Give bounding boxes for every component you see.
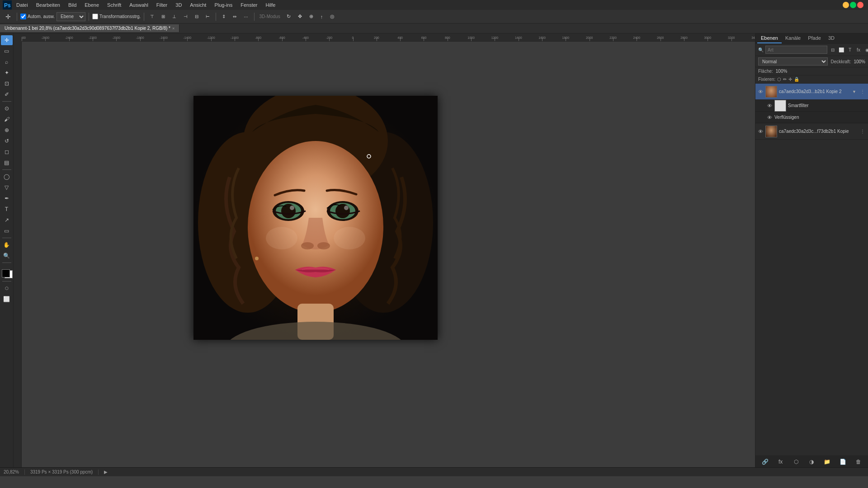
tab-3d[interactable]: 3D (825, 33, 838, 43)
tool-marquee[interactable]: ▭ (1, 46, 13, 56)
threed-roll-button[interactable]: ◎ (327, 13, 337, 20)
tool-dodge[interactable]: ▽ (1, 183, 13, 192)
document-tab[interactable]: Unbenannt-1 bei 20,8% (ca7aedc30a2d3c90d… (0, 24, 179, 32)
sublayer-smartfilter[interactable]: 👁 Smartfilter (755, 100, 868, 112)
layer-2-more-button[interactable]: ⋮ (859, 128, 866, 135)
layer-row-2[interactable]: 👁 ca7aedc30a2d3c...f73db2b1 Kopie ⋮ (755, 123, 868, 140)
layer-1-more-button[interactable]: ⋮ (859, 88, 866, 95)
tool-spot-healing[interactable]: ⊙ (1, 103, 13, 113)
more-options-button[interactable]: ··· (241, 13, 250, 20)
tool-screen-mode[interactable]: ⬜ (1, 294, 13, 304)
new-adjustment-button[interactable]: ◑ (807, 457, 816, 466)
tool-crop[interactable]: ⊡ (1, 79, 13, 89)
align-right-button[interactable]: ⊢ (203, 13, 212, 20)
tab-ebenen[interactable]: Ebenen (757, 33, 782, 43)
layer-effect-filter-button[interactable]: fx (855, 46, 862, 53)
layer-color-filter-button[interactable]: ◉ (863, 46, 868, 53)
window-minimize[interactable] (843, 2, 849, 8)
image-canvas[interactable] (193, 96, 438, 340)
menu-filter[interactable]: Filter (153, 1, 171, 9)
layer-2-visibility[interactable]: 👁 (757, 128, 764, 135)
tool-magic-wand[interactable]: ✦ (1, 68, 13, 78)
lock-transparent-button[interactable]: ⬡ (777, 77, 781, 82)
menu-datei[interactable]: Datei (13, 1, 32, 9)
distribute-h-button[interactable]: ⇔ (230, 13, 239, 20)
menu-hilfe[interactable]: Hilfe (262, 1, 279, 9)
new-layer-button[interactable]: 📄 (838, 457, 847, 466)
tool-zoom[interactable]: 🔍 (1, 251, 13, 261)
tab-kanale[interactable]: Kanäle (782, 33, 804, 43)
align-hcenter-button[interactable]: ⊟ (192, 13, 201, 20)
window-maximize[interactable] (850, 2, 856, 8)
tool-type[interactable]: T (1, 204, 13, 214)
tool-path-select[interactable]: ↗ (1, 215, 13, 225)
threed-scale-button[interactable]: ⊕ (307, 13, 316, 20)
add-mask-button[interactable]: ⬡ (792, 457, 801, 466)
layer-text-filter-button[interactable]: T (846, 46, 854, 53)
autoselect-type-select[interactable]: Ebene Gruppe (57, 12, 85, 21)
menu-plugins[interactable]: Plug-ins (211, 1, 236, 9)
smartfilter-visibility[interactable]: 👁 (766, 103, 773, 109)
align-vcenter-button[interactable]: ⊞ (159, 13, 168, 20)
verfluessigen-visibility[interactable]: 👁 (766, 114, 773, 121)
layer-1-expand-arrow[interactable]: ▼ (852, 89, 856, 94)
tab-pfade[interactable]: Pfade (804, 33, 825, 43)
threed-rotate-button[interactable]: ↻ (284, 13, 293, 20)
tool-eraser[interactable]: ◻ (1, 147, 13, 157)
delete-layer-button[interactable]: 🗑 (854, 457, 863, 466)
canvas-content[interactable] (22, 42, 755, 467)
foreground-color-swatch[interactable] (2, 269, 10, 277)
autoselect-checkbox[interactable] (20, 14, 26, 19)
link-layers-button[interactable]: 🔗 (760, 457, 769, 466)
layer-row-1[interactable]: 👁 ca7aedc30a2d3...b2b1 Kopie 2 ▼ ⋮ (755, 84, 868, 100)
transform-checkbox[interactable] (92, 14, 98, 19)
lock-pixels-button[interactable]: ✏ (783, 77, 787, 82)
menu-auswahl[interactable]: Auswahl (126, 1, 152, 9)
tool-pen[interactable]: ✒ (1, 193, 13, 203)
tool-move[interactable]: ✛ (1, 35, 13, 45)
lock-all-button[interactable]: 🔒 (794, 77, 799, 82)
menu-fenster[interactable]: Fenster (237, 1, 261, 9)
menu-ansicht[interactable]: Ansicht (186, 1, 210, 9)
fill-value[interactable]: 100% (776, 69, 788, 74)
align-top-button[interactable]: ⊤ (147, 13, 157, 20)
tool-history-brush[interactable]: ↺ (1, 136, 13, 146)
menu-ebene[interactable]: Ebene (81, 1, 103, 9)
lock-position-button[interactable]: ✛ (788, 77, 792, 82)
zoom-level: 20,82% (4, 469, 19, 474)
threed-pan-button[interactable]: ✥ (295, 13, 305, 20)
sublayer-verfluessigen[interactable]: 👁 Verflüssigen (755, 112, 868, 123)
window-close[interactable] (857, 2, 863, 8)
menu-schrift[interactable]: Schrift (104, 1, 125, 9)
menu-3d[interactable]: 3D (172, 1, 185, 9)
threed-slide-button[interactable]: ↑ (318, 13, 326, 20)
new-group-button[interactable]: 📁 (823, 457, 832, 466)
tool-brush[interactable]: 🖌 (1, 114, 13, 124)
blend-mode-select[interactable]: Normal Multiplizieren Abdunkeln Aufhelle… (758, 57, 828, 66)
layer-1-visibility[interactable]: 👁 (757, 89, 764, 95)
tool-quickmask[interactable]: ⬡ (1, 283, 13, 293)
align-bottom-button[interactable]: ⊥ (170, 13, 179, 20)
ruler-top: -2800-2600-2400-2200-2000-1800-1600-1400… (22, 33, 755, 42)
tool-gradient[interactable]: ▤ (1, 158, 13, 168)
move-tool-button[interactable]: ✛ (3, 12, 14, 21)
add-style-button[interactable]: fx (776, 457, 785, 466)
opacity-value[interactable]: 100% (854, 59, 865, 64)
toolbar-separator-5 (254, 13, 255, 21)
layers-search-input[interactable] (765, 46, 827, 54)
status-info: ▶ (104, 469, 108, 474)
tool-stamp[interactable]: ⊕ (1, 125, 13, 135)
distribute-v-button[interactable]: ⇕ (219, 13, 228, 20)
doc-tab-close-button[interactable]: × (172, 26, 175, 31)
layer-type-filter-button[interactable]: ⊟ (829, 46, 836, 53)
tool-lasso[interactable]: ⌕ (1, 57, 13, 67)
tool-shape[interactable]: ▭ (1, 226, 13, 236)
layer-pixel-filter-button[interactable]: ⬜ (838, 46, 845, 53)
tool-hand[interactable]: ✋ (1, 240, 13, 250)
tool-blur[interactable]: ◯ (1, 172, 13, 182)
menu-bild[interactable]: Bild (65, 1, 80, 9)
menu-bearbeiten[interactable]: Bearbeiten (33, 1, 64, 9)
toolbar-separator-3 (144, 13, 144, 21)
tool-eyedropper[interactable]: ✐ (1, 89, 13, 99)
align-left-button[interactable]: ⊣ (181, 13, 190, 20)
